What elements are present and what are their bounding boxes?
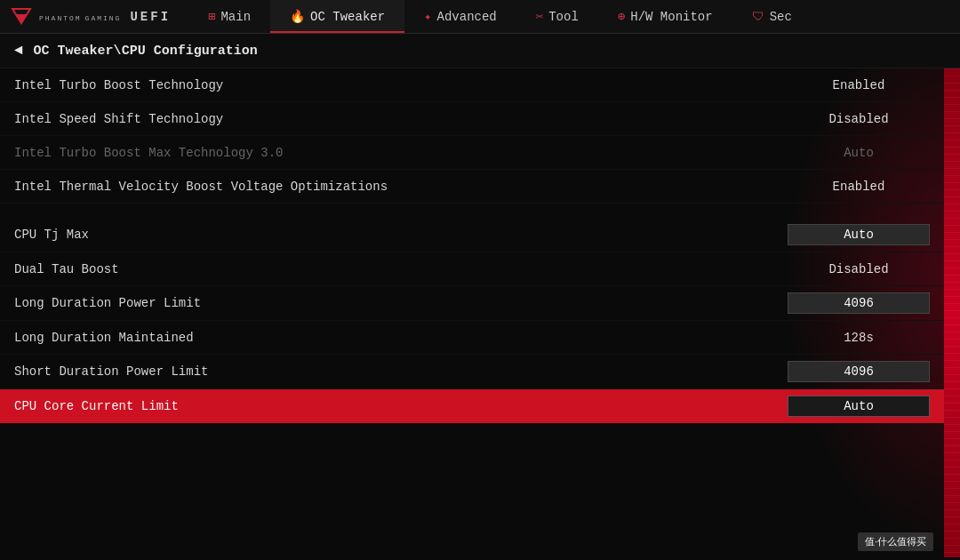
setting-row-long-duration-power[interactable]: Long Duration Power Limit 4096 [0, 286, 944, 321]
tab-main-label: Main [220, 10, 251, 24]
grid-icon: ⊞ [208, 9, 215, 24]
main-content: Intel Turbo Boost Technology Enabled Int… [0, 68, 960, 557]
tab-advanced-label: Advanced [437, 10, 497, 24]
phantom-gaming-logo-icon [9, 7, 34, 27]
lock-icon: 🛡 [752, 10, 764, 24]
setting-label-cpu-tj-max: CPU Tj Max [14, 228, 89, 242]
setting-label-long-duration-power: Long Duration Power Limit [14, 296, 201, 310]
setting-row-intel-turbo-boost-max[interactable]: Intel Turbo Boost Max Technology 3.0 Aut… [0, 136, 944, 170]
breadcrumb: ◄ OC Tweaker\CPU Configuration [0, 34, 960, 68]
setting-value-cpu-tj-max: Auto [788, 224, 930, 245]
setting-value-long-duration-power: 4096 [788, 292, 930, 314]
setting-label-intel-speed-shift: Intel Speed Shift Technology [14, 112, 223, 126]
star-icon: ✦ [424, 9, 431, 24]
tab-oc-tweaker[interactable]: 🔥 OC Tweaker [270, 0, 404, 33]
setting-value-dual-tau-boost: Disabled [788, 260, 930, 279]
setting-row-intel-speed-shift[interactable]: Intel Speed Shift Technology Disabled [0, 102, 944, 136]
tool-icon: ✂ [536, 9, 543, 24]
setting-row-cpu-tj-max[interactable]: CPU Tj Max Auto [0, 218, 944, 252]
setting-label-long-duration-maintained: Long Duration Maintained [14, 331, 194, 345]
back-arrow-icon[interactable]: ◄ [14, 43, 23, 59]
setting-row-dual-tau-boost[interactable]: Dual Tau Boost Disabled [0, 252, 944, 286]
header-bar: PHANTOM GAMING UEFI ⊞ Main 🔥 OC Tweaker … [0, 0, 960, 34]
right-accent-bar [944, 68, 960, 557]
brand-line2: GAMING [85, 14, 122, 22]
setting-value-intel-thermal-velocity: Enabled [788, 177, 930, 196]
tab-tool[interactable]: ✂ Tool [516, 0, 598, 33]
setting-label-intel-turbo-boost-max: Intel Turbo Boost Max Technology 3.0 [14, 146, 283, 160]
tab-hw-monitor-label: H/W Monitor [630, 10, 712, 24]
settings-list: Intel Turbo Boost Technology Enabled Int… [0, 68, 944, 557]
breadcrumb-text: OC Tweaker\CPU Configuration [34, 44, 258, 59]
uefi-label: UEFI [130, 10, 171, 24]
setting-value-cpu-core-current: Auto [788, 396, 930, 417]
setting-value-short-duration-power: 4096 [788, 361, 930, 382]
setting-row-intel-thermal-velocity[interactable]: Intel Thermal Velocity Boost Voltage Opt… [0, 170, 944, 204]
tab-main[interactable]: ⊞ Main [188, 0, 270, 33]
tab-security-label: Sec [770, 10, 792, 24]
setting-label-intel-thermal-velocity: Intel Thermal Velocity Boost Voltage Opt… [14, 180, 388, 194]
setting-label-intel-turbo-boost: Intel Turbo Boost Technology [14, 78, 223, 92]
logo: PHANTOM GAMING UEFI [9, 7, 171, 27]
brand-text-block: PHANTOM GAMING UEFI [39, 10, 171, 24]
flame-icon: 🔥 [290, 9, 305, 24]
setting-value-intel-turbo-boost-max: Auto [788, 143, 930, 163]
setting-label-dual-tau-boost: Dual Tau Boost [14, 262, 119, 276]
setting-row-cpu-core-current[interactable]: CPU Core Current Limit Auto [0, 389, 944, 424]
setting-value-intel-speed-shift: Disabled [788, 109, 930, 129]
brand-line1: PHANTOM [39, 14, 82, 22]
tab-security[interactable]: 🛡 Sec [732, 0, 812, 33]
setting-label-cpu-core-current: CPU Core Current Limit [14, 399, 179, 413]
setting-row-short-duration-power[interactable]: Short Duration Power Limit 4096 [0, 355, 944, 389]
setting-label-short-duration-power: Short Duration Power Limit [14, 364, 208, 379]
monitor-icon: ⊕ [618, 9, 625, 24]
spacer-row [0, 204, 944, 218]
setting-value-long-duration-maintained: 128s [788, 328, 930, 348]
setting-row-long-duration-maintained[interactable]: Long Duration Maintained 128s [0, 321, 944, 355]
setting-value-intel-turbo-boost: Enabled [788, 76, 930, 95]
nav-tabs: ⊞ Main 🔥 OC Tweaker ✦ Advanced ✂ Tool ⊕ … [188, 0, 951, 33]
tab-oc-tweaker-label: OC Tweaker [310, 10, 385, 24]
setting-row-intel-turbo-boost[interactable]: Intel Turbo Boost Technology Enabled [0, 68, 944, 102]
tab-hw-monitor[interactable]: ⊕ H/W Monitor [598, 0, 732, 33]
tab-tool-label: Tool [548, 10, 579, 24]
tab-advanced[interactable]: ✦ Advanced [404, 0, 516, 33]
watermark: 值·什么值得买 [858, 532, 933, 551]
